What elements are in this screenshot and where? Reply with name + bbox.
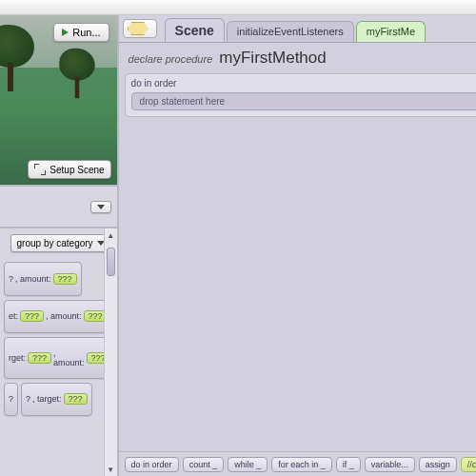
methods-list: ? , amount: ??? et: ??? , amount: ??? rg… <box>0 258 117 420</box>
app-window: Run... Setup Scene group by category <box>0 0 476 476</box>
hexagon-icon <box>128 22 149 35</box>
scene-preview[interactable]: Run... Setup Scene <box>0 15 117 187</box>
declaration-line: declare procedure myFirstMethod <box>119 43 476 73</box>
method-tile[interactable]: ? , amount: ??? <box>4 262 82 296</box>
stmt-comment[interactable]: //comment <box>461 457 476 472</box>
statement-palette: do in order count _ while _ for each in … <box>119 451 476 476</box>
object-dropdown[interactable] <box>90 201 111 213</box>
drop-statement-zone[interactable]: drop statement here <box>131 92 476 110</box>
stmt-do-in-order[interactable]: do in order <box>125 457 179 472</box>
main-area: Run... Setup Scene group by category <box>0 15 476 476</box>
declare-keyword: declare procedure <box>129 53 213 65</box>
play-icon <box>62 29 69 36</box>
methods-panel: group by category ? , amount: ??? et: ??… <box>0 228 117 476</box>
method-tile[interactable]: et: ??? , amount: ??? <box>4 300 112 334</box>
right-column: Scene initializeEventListeners myFirstMe… <box>119 15 476 476</box>
setup-scene-button[interactable]: Setup Scene <box>28 160 110 179</box>
editor-body[interactable] <box>119 121 476 451</box>
drop-hint: drop statement here <box>140 96 226 107</box>
param-slot[interactable]: ??? <box>53 273 77 285</box>
group-by-dropdown[interactable]: group by category <box>10 234 111 252</box>
stmt-if[interactable]: if _ <box>336 457 361 472</box>
scroll-up-icon[interactable]: ▲ <box>105 228 117 242</box>
scroll-down-icon[interactable]: ▼ <box>105 463 117 476</box>
method-tile[interactable]: rget: ??? , amount: ??? <box>4 337 115 379</box>
expand-icon <box>34 164 46 175</box>
param-slot[interactable]: ??? <box>28 352 51 364</box>
code-editor: declare procedure myFirstMethod do in or… <box>119 42 476 451</box>
tree <box>59 49 95 99</box>
tab-initialize-listeners[interactable]: initializeEventListeners <box>227 21 354 42</box>
method-name: myFirstMethod <box>219 49 326 67</box>
param-slot[interactable]: ??? <box>64 393 88 405</box>
do-in-order-block[interactable]: do in order drop statement here <box>125 73 476 117</box>
method-tile[interactable]: ? <box>4 383 18 417</box>
method-tile[interactable]: ? , target: ??? <box>21 383 92 417</box>
scroll-thumb[interactable] <box>107 248 115 276</box>
methods-scrollbar[interactable]: ▲ ▼ <box>104 228 117 476</box>
stmt-for-each[interactable]: for each in _ <box>271 457 332 472</box>
run-button[interactable]: Run... <box>53 23 109 42</box>
group-bar: group by category <box>0 228 117 258</box>
class-selector[interactable] <box>123 19 157 38</box>
group-label: group by category <box>17 238 93 248</box>
tab-scene[interactable]: Scene <box>165 18 225 42</box>
left-column: Run... Setup Scene group by category <box>0 15 119 476</box>
run-label: Run... <box>72 27 100 38</box>
tab-bar: Scene initializeEventListeners myFirstMe <box>119 15 476 42</box>
chevron-down-icon <box>97 205 105 209</box>
tree <box>0 25 34 91</box>
stmt-count[interactable]: count _ <box>183 457 225 472</box>
titlebar <box>0 0 476 15</box>
stmt-while[interactable]: while _ <box>228 457 268 472</box>
stmt-variable[interactable]: variable... <box>365 457 415 472</box>
object-selector-panel <box>0 187 117 228</box>
param-slot[interactable]: ??? <box>20 310 44 322</box>
setup-label: Setup Scene <box>50 165 104 175</box>
stmt-assign[interactable]: assign <box>419 457 457 472</box>
tab-my-first-method[interactable]: myFirstMe <box>356 21 426 42</box>
do-in-order-label: do in order <box>131 78 177 89</box>
